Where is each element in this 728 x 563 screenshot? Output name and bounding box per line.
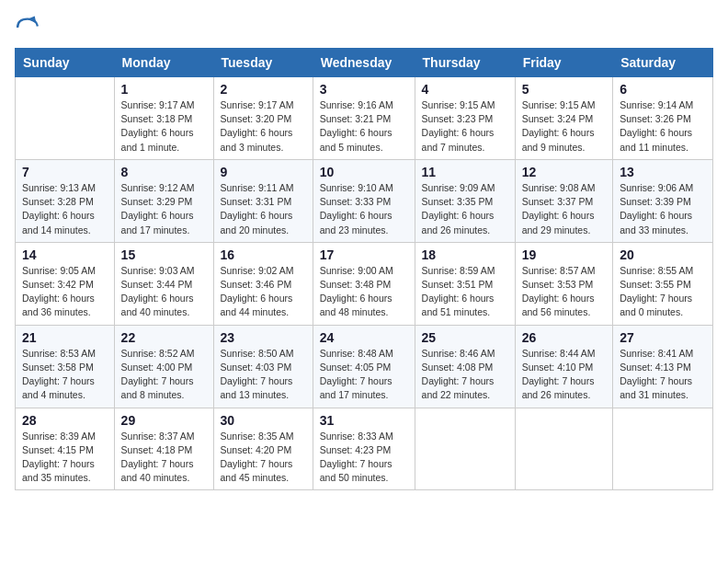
day-info: Sunrise: 8:55 AM Sunset: 3:55 PM Dayligh… <box>620 264 706 320</box>
day-cell: 27Sunrise: 8:41 AM Sunset: 4:13 PM Dayli… <box>613 325 713 408</box>
day-number: 13 <box>620 165 706 179</box>
day-info: Sunrise: 8:57 AM Sunset: 3:53 PM Dayligh… <box>522 264 607 320</box>
day-number: 18 <box>422 247 508 262</box>
day-cell: 3Sunrise: 9:16 AM Sunset: 3:21 PM Daylig… <box>313 77 415 160</box>
day-cell: 1Sunrise: 9:17 AM Sunset: 3:18 PM Daylig… <box>114 77 213 160</box>
day-number: 23 <box>221 330 306 345</box>
day-cell: 14Sunrise: 9:05 AM Sunset: 3:42 PM Dayli… <box>16 242 115 325</box>
day-info: Sunrise: 9:17 AM Sunset: 3:20 PM Dayligh… <box>221 98 306 155</box>
day-cell: 7Sunrise: 9:13 AM Sunset: 3:28 PM Daylig… <box>16 159 115 242</box>
day-number: 21 <box>22 330 108 345</box>
day-info: Sunrise: 9:05 AM Sunset: 3:42 PM Dayligh… <box>22 264 108 320</box>
week-row-4: 21Sunrise: 8:53 AM Sunset: 3:58 PM Dayli… <box>16 325 713 408</box>
column-header-friday: Friday <box>515 49 613 77</box>
day-info: Sunrise: 9:00 AM Sunset: 3:48 PM Dayligh… <box>320 264 408 320</box>
day-info: Sunrise: 9:08 AM Sunset: 3:37 PM Dayligh… <box>522 181 607 237</box>
day-info: Sunrise: 9:12 AM Sunset: 3:29 PM Dayligh… <box>121 181 207 237</box>
day-info: Sunrise: 9:16 AM Sunset: 3:21 PM Dayligh… <box>320 98 408 155</box>
day-info: Sunrise: 9:15 AM Sunset: 3:23 PM Dayligh… <box>422 98 508 155</box>
day-cell: 6Sunrise: 9:14 AM Sunset: 3:26 PM Daylig… <box>613 77 713 160</box>
day-cell <box>613 408 713 490</box>
day-cell: 15Sunrise: 9:03 AM Sunset: 3:44 PM Dayli… <box>114 242 213 325</box>
week-row-3: 14Sunrise: 9:05 AM Sunset: 3:42 PM Dayli… <box>16 242 713 325</box>
day-cell <box>16 77 115 160</box>
day-info: Sunrise: 9:09 AM Sunset: 3:35 PM Dayligh… <box>422 181 508 237</box>
logo-icon <box>15 15 40 40</box>
day-info: Sunrise: 8:59 AM Sunset: 3:51 PM Dayligh… <box>422 264 508 320</box>
day-number: 5 <box>522 82 607 97</box>
day-cell: 31Sunrise: 8:33 AM Sunset: 4:23 PM Dayli… <box>313 408 415 490</box>
day-info: Sunrise: 8:50 AM Sunset: 4:03 PM Dayligh… <box>221 347 306 403</box>
day-info: Sunrise: 9:02 AM Sunset: 3:46 PM Dayligh… <box>221 264 306 320</box>
day-number: 15 <box>121 247 207 262</box>
day-number: 17 <box>320 247 408 262</box>
day-cell: 16Sunrise: 9:02 AM Sunset: 3:46 PM Dayli… <box>213 242 313 325</box>
day-cell: 26Sunrise: 8:44 AM Sunset: 4:10 PM Dayli… <box>515 325 613 408</box>
day-cell: 13Sunrise: 9:06 AM Sunset: 3:39 PM Dayli… <box>613 159 713 242</box>
day-number: 1 <box>121 82 207 97</box>
day-cell: 23Sunrise: 8:50 AM Sunset: 4:03 PM Dayli… <box>213 325 313 408</box>
day-cell: 25Sunrise: 8:46 AM Sunset: 4:08 PM Dayli… <box>415 325 515 408</box>
column-header-thursday: Thursday <box>415 49 515 77</box>
day-info: Sunrise: 8:41 AM Sunset: 4:13 PM Dayligh… <box>620 347 706 403</box>
day-cell: 20Sunrise: 8:55 AM Sunset: 3:55 PM Dayli… <box>613 242 713 325</box>
day-number: 9 <box>221 165 306 179</box>
day-cell: 5Sunrise: 9:15 AM Sunset: 3:24 PM Daylig… <box>515 77 613 160</box>
week-row-2: 7Sunrise: 9:13 AM Sunset: 3:28 PM Daylig… <box>16 159 713 242</box>
day-number: 22 <box>121 330 207 345</box>
day-number: 2 <box>221 82 306 97</box>
day-info: Sunrise: 8:46 AM Sunset: 4:08 PM Dayligh… <box>422 347 508 403</box>
day-info: Sunrise: 9:11 AM Sunset: 3:31 PM Dayligh… <box>221 181 306 237</box>
day-number: 31 <box>320 413 408 428</box>
day-number: 11 <box>422 165 508 179</box>
day-number: 6 <box>620 82 706 97</box>
week-row-5: 28Sunrise: 8:39 AM Sunset: 4:15 PM Dayli… <box>16 408 713 490</box>
day-info: Sunrise: 9:13 AM Sunset: 3:28 PM Dayligh… <box>22 181 108 237</box>
day-cell: 10Sunrise: 9:10 AM Sunset: 3:33 PM Dayli… <box>313 159 415 242</box>
day-cell: 28Sunrise: 8:39 AM Sunset: 4:15 PM Dayli… <box>16 408 115 490</box>
day-number: 12 <box>522 165 607 179</box>
page-header <box>15 15 713 40</box>
day-cell: 2Sunrise: 9:17 AM Sunset: 3:20 PM Daylig… <box>213 77 313 160</box>
day-info: Sunrise: 9:10 AM Sunset: 3:33 PM Dayligh… <box>320 181 408 237</box>
day-cell <box>415 408 515 490</box>
column-header-sunday: Sunday <box>16 49 115 77</box>
day-number: 27 <box>620 330 706 345</box>
day-cell: 17Sunrise: 9:00 AM Sunset: 3:48 PM Dayli… <box>313 242 415 325</box>
calendar-body: 1Sunrise: 9:17 AM Sunset: 3:18 PM Daylig… <box>16 77 713 490</box>
day-info: Sunrise: 8:48 AM Sunset: 4:05 PM Dayligh… <box>320 347 408 403</box>
day-number: 8 <box>121 165 207 179</box>
day-cell: 4Sunrise: 9:15 AM Sunset: 3:23 PM Daylig… <box>415 77 515 160</box>
day-cell: 12Sunrise: 9:08 AM Sunset: 3:37 PM Dayli… <box>515 159 613 242</box>
day-number: 30 <box>221 413 306 428</box>
day-info: Sunrise: 8:33 AM Sunset: 4:23 PM Dayligh… <box>320 430 408 486</box>
day-info: Sunrise: 9:14 AM Sunset: 3:26 PM Dayligh… <box>620 98 706 155</box>
day-cell: 24Sunrise: 8:48 AM Sunset: 4:05 PM Dayli… <box>313 325 415 408</box>
day-number: 19 <box>522 247 607 262</box>
column-header-tuesday: Tuesday <box>213 49 313 77</box>
day-number: 25 <box>422 330 508 345</box>
column-header-wednesday: Wednesday <box>313 49 415 77</box>
week-row-1: 1Sunrise: 9:17 AM Sunset: 3:18 PM Daylig… <box>16 77 713 160</box>
day-info: Sunrise: 8:35 AM Sunset: 4:20 PM Dayligh… <box>221 430 306 486</box>
day-number: 16 <box>221 247 306 262</box>
day-info: Sunrise: 8:39 AM Sunset: 4:15 PM Dayligh… <box>22 430 108 486</box>
day-cell: 30Sunrise: 8:35 AM Sunset: 4:20 PM Dayli… <box>213 408 313 490</box>
day-info: Sunrise: 8:52 AM Sunset: 4:00 PM Dayligh… <box>121 347 207 403</box>
day-cell: 19Sunrise: 8:57 AM Sunset: 3:53 PM Dayli… <box>515 242 613 325</box>
day-cell: 11Sunrise: 9:09 AM Sunset: 3:35 PM Dayli… <box>415 159 515 242</box>
day-cell: 22Sunrise: 8:52 AM Sunset: 4:00 PM Dayli… <box>114 325 213 408</box>
day-info: Sunrise: 9:03 AM Sunset: 3:44 PM Dayligh… <box>121 264 207 320</box>
day-info: Sunrise: 9:06 AM Sunset: 3:39 PM Dayligh… <box>620 181 706 237</box>
day-cell: 21Sunrise: 8:53 AM Sunset: 3:58 PM Dayli… <box>16 325 115 408</box>
day-number: 3 <box>320 82 408 97</box>
day-info: Sunrise: 8:37 AM Sunset: 4:18 PM Dayligh… <box>121 430 207 486</box>
day-number: 4 <box>422 82 508 97</box>
day-number: 20 <box>620 247 706 262</box>
day-number: 10 <box>320 165 408 179</box>
calendar-header-row: SundayMondayTuesdayWednesdayThursdayFrid… <box>16 49 713 77</box>
day-number: 7 <box>22 165 108 179</box>
calendar-table: SundayMondayTuesdayWednesdayThursdayFrid… <box>15 48 713 490</box>
day-cell: 8Sunrise: 9:12 AM Sunset: 3:29 PM Daylig… <box>114 159 213 242</box>
logo <box>15 15 44 40</box>
